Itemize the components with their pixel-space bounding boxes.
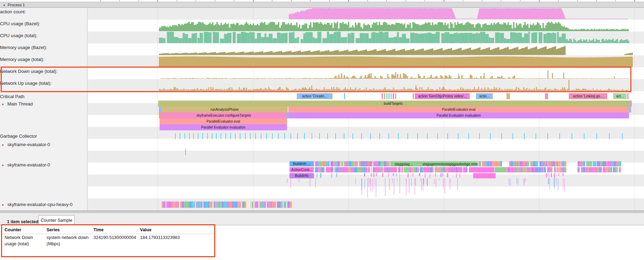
- details-tab-bar: 1 item selected. Counter Sample (1): [0, 213, 644, 225]
- ruler-minor-tick: [558, 0, 559, 1]
- track-label-memory-usage-total-[interactable]: Memory usage (total):: [0, 56, 87, 62]
- ruler-minor-tick: [596, 0, 597, 1]
- collapse-triangle-icon[interactable]: ▼: [1, 164, 4, 167]
- track-label-text: Garbage Collector: [0, 134, 37, 139]
- ruler-minor-tick: [119, 0, 120, 1]
- ruler-minor-tick: [291, 0, 292, 1]
- ruler-minor-tick: [482, 0, 482, 1]
- track-label-action-count-[interactable]: action count:: [0, 9, 87, 15]
- ruler-minor-tick: [272, 0, 272, 1]
- track-label-skyframe-evaluator-cpu-heavy-0[interactable]: ▼skyframe-evaluator-cpu-heavy-0: [0, 201, 87, 207]
- ruler-minor-tick: [577, 0, 578, 1]
- track-label-skyframe-evaluator-0[interactable]: ▼skyframe-evaluator-0: [0, 142, 87, 148]
- track-label-text: CPU usage (total):: [0, 33, 37, 38]
- track-label-main-thread[interactable]: ▼Main Thread: [0, 101, 87, 107]
- selection-status: 1 item selected.: [7, 219, 40, 224]
- ruler-minor-tick: [520, 0, 520, 1]
- collapse-triangle-icon[interactable]: ▼: [1, 144, 4, 147]
- ruler-minor-tick: [463, 0, 463, 1]
- ruler-minor-tick: [215, 0, 215, 1]
- collapse-triangle-icon[interactable]: ▼: [1, 204, 4, 207]
- track-label-text: action count:: [0, 9, 26, 14]
- ruler-minor-tick: [501, 0, 501, 1]
- ruler-minor-tick: [139, 0, 139, 1]
- track-label-text: Critical Path: [0, 94, 24, 99]
- track-label-cpu-usage-total-[interactable]: CPU usage (total):: [0, 33, 87, 39]
- process-header-label: Process 1: [8, 3, 25, 7]
- track-label-text: Main Thread: [7, 101, 33, 107]
- ruler-minor-tick: [329, 0, 330, 1]
- ruler-minor-tick: [310, 0, 310, 1]
- ruler-minor-tick: [615, 0, 616, 1]
- collapse-triangle-icon[interactable]: ▼: [3, 4, 6, 7]
- ruler-minor-tick: [425, 0, 425, 1]
- highlight-network-tracks: [1, 67, 631, 92]
- ruler-minor-tick: [406, 0, 406, 1]
- track-label-garbage-collector[interactable]: Garbage Collector: [0, 133, 87, 139]
- track-label-text: skyframe-evaluator-cpu-heavy-0: [7, 202, 72, 207]
- ruler-minor-tick: [234, 0, 234, 1]
- track-label-text: skyframe-evaluator-0: [7, 162, 50, 167]
- track-label-memory-usage-bazel-[interactable]: Memory usage (Bazel):: [0, 45, 87, 50]
- highlight-selection-table: [1, 224, 215, 257]
- track-label-text: skyframe-evaluator-0: [7, 142, 50, 147]
- ruler-minor-tick: [386, 0, 387, 1]
- track-label-critical-path[interactable]: Critical Path: [0, 94, 87, 100]
- trace-viewer-root: ▼Process 1 action 'Creatin...action 'Gen…: [0, 0, 644, 260]
- ruler-minor-tick: [196, 0, 196, 1]
- track-label-cpu-usage-bazel-[interactable]: CPU usage (Bazel):: [0, 21, 87, 27]
- ruler-minor-tick: [368, 0, 368, 1]
- track-labels-panel: action count:CPU usage (Bazel):CPU usage…: [0, 8, 88, 211]
- process-header-row[interactable]: ▼Process 1: [0, 2, 644, 8]
- ruler-minor-tick: [100, 0, 101, 1]
- panel-splitter[interactable]: [0, 211, 644, 213]
- track-label-skyframe-evaluator-0[interactable]: ▼skyframe-evaluator-0: [0, 162, 87, 168]
- track-label-text: Memory usage (Bazel):: [0, 45, 47, 50]
- track-label-text: CPU usage (Bazel):: [0, 21, 40, 26]
- track-label-text: Memory usage (total):: [0, 57, 44, 62]
- collapse-triangle-icon[interactable]: ▼: [1, 103, 4, 106]
- ruler-minor-tick: [177, 0, 177, 1]
